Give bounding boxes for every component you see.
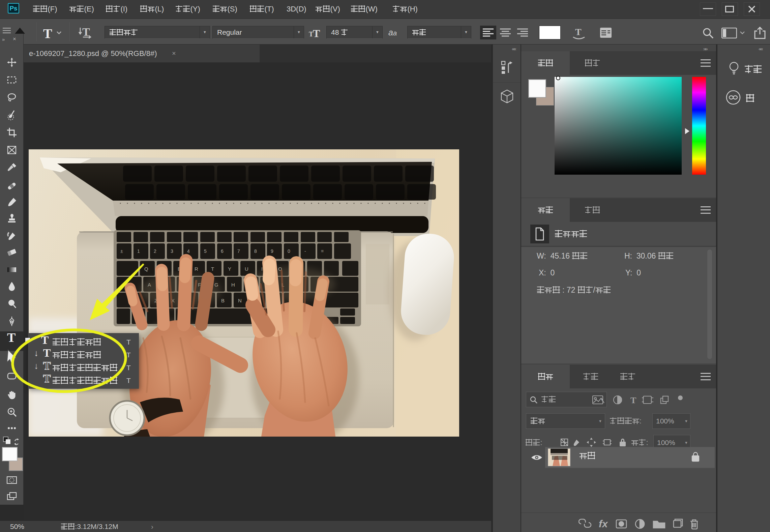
svg-text:U: U — [245, 266, 248, 272]
svg-text:8: 8 — [254, 248, 257, 254]
svg-text:T: T — [313, 27, 320, 38]
svg-text:H: H — [231, 282, 235, 288]
svg-text:=: = — [321, 248, 324, 254]
svg-text:4: 4 — [187, 248, 190, 254]
svg-text:1: 1 — [137, 248, 140, 254]
svg-text:B: B — [221, 298, 225, 303]
svg-text:±: ± — [120, 248, 123, 254]
svg-text:Q: Q — [144, 266, 148, 272]
svg-text:-: - — [304, 248, 306, 254]
svg-text:0: 0 — [288, 248, 290, 254]
svg-text:5: 5 — [204, 248, 207, 254]
svg-text:I: I — [261, 266, 263, 272]
svg-text:T: T — [211, 266, 214, 272]
svg-text:6: 6 — [221, 248, 224, 254]
svg-text:3: 3 — [171, 248, 173, 254]
svg-text:T: T — [82, 26, 90, 38]
svg-text:2: 2 — [154, 248, 156, 254]
svg-text:9: 9 — [271, 248, 273, 254]
svg-text:R: R — [195, 266, 198, 272]
svg-text:Y: Y — [228, 266, 231, 272]
svg-text:fx: fx — [599, 518, 608, 529]
svg-text:T: T — [630, 395, 636, 405]
svg-text:T: T — [575, 27, 582, 37]
svg-text:7: 7 — [237, 248, 240, 254]
svg-text:N: N — [238, 298, 242, 303]
